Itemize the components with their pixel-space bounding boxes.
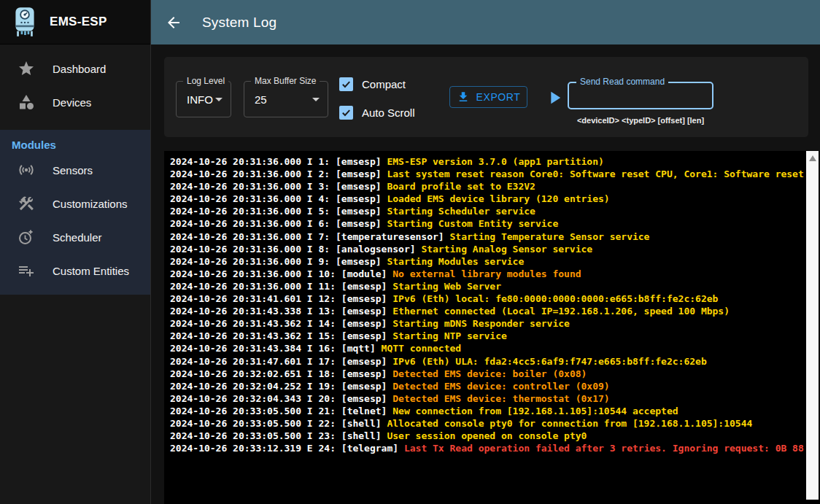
sidebar-item-label: Customizations — [53, 198, 128, 210]
page-header: System Log — [151, 0, 820, 44]
log-line: 2024-10-26 20:31:36.000 I 7: [temperatur… — [170, 230, 820, 243]
chevron-down-icon — [307, 90, 325, 108]
log-controls-card: Log Level INFO Max Buffer Size 25 Compac… — [164, 57, 808, 137]
log-line: 2024-10-26 20:31:36.000 I 6: [emsesp] St… — [170, 217, 820, 230]
sidebar-nav: Dashboard Devices — [0, 44, 150, 119]
arrow-back-icon — [165, 14, 182, 31]
sidebar-item-label: Devices — [53, 96, 91, 109]
sidebar-item-customizations[interactable]: Customizations — [0, 187, 150, 220]
log-line: 2024-10-26 20:31:36.000 I 11: [emsesp] S… — [170, 280, 820, 292]
log-scrollbar[interactable] — [806, 151, 819, 500]
sidebar-item-custom-entities[interactable]: Custom Entities — [0, 254, 150, 287]
scroll-up-arrow-icon[interactable] — [809, 155, 816, 161]
sidebar: EMS-ESP Dashboard Devices Modules Sensor… — [0, 0, 151, 504]
back-button[interactable] — [164, 13, 183, 32]
log-line: 2024-10-26 20:33:12.319 E 24: [telegram]… — [170, 442, 820, 454]
log-line: 2024-10-26 20:31:36.000 I 2: [emsesp] La… — [170, 168, 820, 180]
log-line: 2024-10-26 20:31:36.000 I 5: [emsesp] St… — [170, 205, 820, 217]
log-line: 2024-10-26 20:32:02.651 I 18: [emsesp] D… — [170, 368, 820, 380]
sidebar-item-label: Custom Entities — [53, 265, 129, 277]
page-title: System Log — [202, 15, 276, 31]
export-button-label: EXPORT — [476, 91, 521, 103]
download-icon — [457, 90, 470, 104]
send-read-helper: <deviceID> <typeID> [offset] [len] — [568, 116, 713, 125]
autoscroll-checkbox[interactable] — [339, 106, 353, 120]
log-line: 2024-10-26 20:33:05.500 I 23: [shell] Us… — [170, 430, 820, 442]
category-icon — [18, 93, 35, 111]
log-line: 2024-10-26 20:32:04.343 I 20: [emsesp] D… — [170, 392, 820, 405]
sidebar-item-label: Scheduler — [53, 231, 102, 244]
log-line: 2024-10-26 20:31:36.000 I 9: [emsesp] St… — [170, 255, 820, 268]
sidebar-modules-section: Modules Sensors Customizations — [0, 130, 150, 295]
check-icon — [341, 107, 352, 118]
log-line: 2024-10-26 20:31:43.338 I 13: [emsesp] E… — [170, 305, 820, 317]
max-buffer-label: Max Buffer Size — [251, 76, 320, 86]
export-button[interactable]: EXPORT — [449, 86, 527, 108]
construction-icon — [18, 195, 35, 212]
sidebar-item-dashboard[interactable]: Dashboard — [0, 52, 150, 85]
sensors-icon — [18, 161, 35, 179]
autoscroll-checkbox-label: Auto Scroll — [362, 106, 415, 119]
sidebar-item-label: Dashboard — [53, 63, 106, 75]
chevron-down-icon — [210, 90, 228, 108]
playlist-add-icon — [18, 262, 35, 279]
autoscroll-checkbox-row[interactable]: Auto Scroll — [339, 106, 415, 120]
compact-checkbox-label: Compact — [362, 78, 406, 90]
compact-checkbox[interactable] — [339, 77, 353, 91]
log-line: 2024-10-26 20:31:43.362 I 15: [emsesp] S… — [170, 330, 820, 342]
more-time-icon — [18, 228, 35, 246]
star-icon — [18, 60, 35, 77]
log-line: 2024-10-26 20:31:43.384 I 16: [mqtt] MQT… — [170, 342, 820, 354]
log-line: 2024-10-26 20:31:41.601 I 12: [emsesp] I… — [170, 292, 820, 305]
log-line: 2024-10-26 20:31:36.000 I 10: [module] N… — [170, 268, 820, 280]
log-line: 2024-10-26 20:33:05.500 I 21: [telnet] N… — [170, 405, 820, 417]
max-buffer-select[interactable]: Max Buffer Size 25 — [244, 81, 328, 117]
log-console[interactable]: 2024-10-26 20:31:36.000 I 1: [emsesp] EM… — [164, 151, 820, 504]
send-command-button[interactable] — [544, 88, 565, 108]
send-read-input[interactable] — [569, 83, 712, 108]
log-level-label: Log Level — [183, 76, 228, 86]
log-line: 2024-10-26 20:32:04.252 I 19: [emsesp] D… — [170, 380, 820, 392]
log-line: 2024-10-26 20:33:05.500 I 22: [shell] Al… — [170, 417, 820, 430]
sidebar-item-scheduler[interactable]: Scheduler — [0, 220, 150, 254]
log-line: 2024-10-26 20:31:36.000 I 8: [analogsens… — [170, 243, 820, 255]
play-arrow-icon — [544, 88, 565, 108]
log-line: 2024-10-26 20:31:36.000 I 3: [emsesp] Bo… — [170, 180, 820, 193]
send-read-label: Send Read command — [576, 77, 668, 87]
app-logo-block: EMS-ESP — [0, 0, 150, 44]
modules-section-label: Modules — [0, 130, 150, 153]
log-line: 2024-10-26 20:31:47.601 I 17: [emsesp] I… — [170, 355, 820, 368]
compact-checkbox-row[interactable]: Compact — [339, 77, 406, 91]
sidebar-item-label: Sensors — [53, 164, 93, 177]
log-line: 2024-10-26 20:31:43.362 I 14: [emsesp] S… — [170, 317, 820, 330]
app-name: EMS-ESP — [50, 15, 107, 29]
check-icon — [341, 79, 352, 90]
boiler-logo-icon — [12, 7, 38, 37]
log-level-select[interactable]: Log Level INFO — [176, 81, 231, 117]
sidebar-item-devices[interactable]: Devices — [0, 85, 150, 119]
max-buffer-value: 25 — [255, 93, 267, 106]
log-line: 2024-10-26 20:31:36.000 I 4: [emsesp] Lo… — [170, 193, 820, 205]
sidebar-item-sensors[interactable]: Sensors — [0, 153, 150, 187]
log-level-value: INFO — [187, 93, 213, 106]
send-read-field: Send Read command — [568, 82, 713, 109]
log-line: 2024-10-26 20:31:36.000 I 1: [emsesp] EM… — [170, 155, 820, 168]
